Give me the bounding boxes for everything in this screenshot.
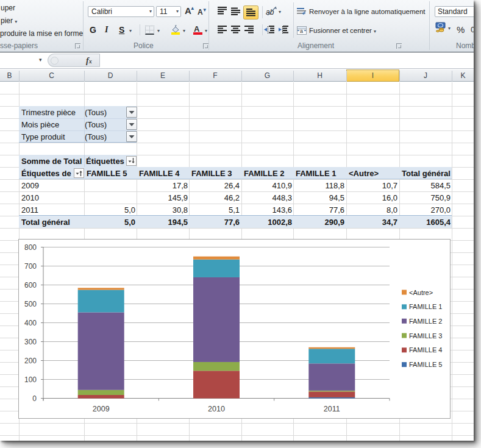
svg-text:700: 700 bbox=[24, 262, 37, 271]
svg-text:FAMILLE 3: FAMILLE 3 bbox=[409, 332, 442, 340]
svg-text:FAMILLE 1: FAMILLE 1 bbox=[409, 303, 442, 310]
svg-text:300: 300 bbox=[24, 338, 37, 346]
svg-text:<Autre>: <Autre> bbox=[409, 289, 433, 296]
svg-text:400: 400 bbox=[24, 319, 37, 327]
svg-text:FAMILLE 5: FAMILLE 5 bbox=[409, 361, 442, 368]
svg-text:600: 600 bbox=[24, 281, 37, 290]
svg-text:FAMILLE 2: FAMILLE 2 bbox=[409, 318, 442, 325]
svg-text:2009: 2009 bbox=[93, 405, 110, 413]
svg-text:0: 0 bbox=[32, 394, 37, 403]
svg-text:2011: 2011 bbox=[324, 405, 340, 413]
svg-text:500: 500 bbox=[24, 300, 37, 308]
svg-text:a: a bbox=[300, 28, 303, 34]
svg-text:800: 800 bbox=[24, 243, 37, 252]
svg-text:▾: ▾ bbox=[279, 9, 281, 15]
svg-text:ab: ab bbox=[266, 8, 274, 16]
svg-text:2010: 2010 bbox=[208, 405, 225, 413]
svg-text:FAMILLE 4: FAMILLE 4 bbox=[409, 346, 442, 354]
svg-text:200: 200 bbox=[24, 357, 37, 365]
svg-text:100: 100 bbox=[24, 375, 37, 384]
